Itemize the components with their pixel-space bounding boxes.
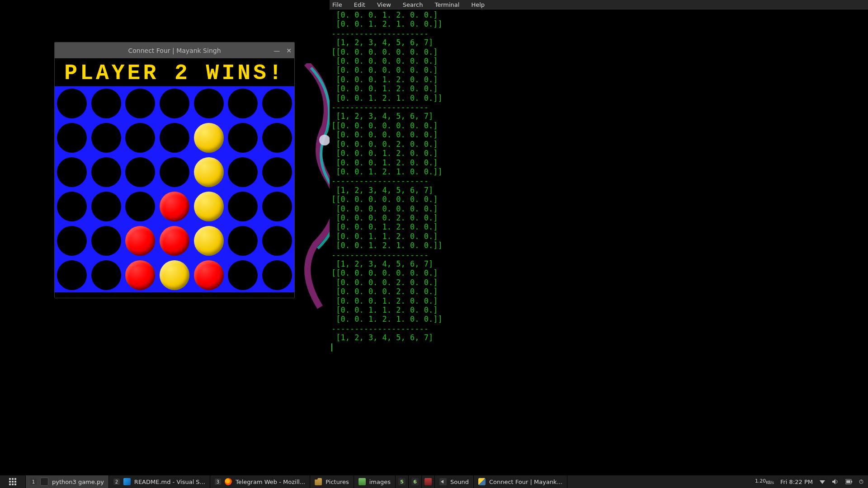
- task-firefox[interactable]: 3 Telegram Web - Mozill...: [210, 475, 310, 488]
- apps-grid-icon: [9, 478, 16, 485]
- board-slot[interactable]: [91, 260, 121, 290]
- volume-icon[interactable]: [832, 479, 839, 485]
- task-images[interactable]: images: [354, 475, 396, 488]
- menu-view[interactable]: View: [377, 1, 391, 8]
- board-slot[interactable]: [91, 123, 121, 153]
- sound-icon: [439, 478, 447, 485]
- menu-terminal[interactable]: Terminal: [434, 1, 459, 8]
- svg-rect-2: [851, 481, 852, 483]
- svg-point-0: [319, 135, 330, 145]
- menu-file[interactable]: File: [332, 1, 342, 8]
- board-slot[interactable]: [194, 89, 224, 118]
- board-slot[interactable]: [262, 89, 292, 118]
- board-slot[interactable]: [228, 157, 258, 187]
- task-label: Pictures: [326, 479, 349, 485]
- status-banner: PLAYER 2 WINS!: [55, 58, 294, 86]
- svg-rect-3: [846, 480, 850, 483]
- task-label: Connect Four | Mayank...: [489, 479, 562, 485]
- disc-yellow: [160, 260, 189, 290]
- board-slot[interactable]: [91, 89, 121, 118]
- task-wine[interactable]: [422, 475, 435, 488]
- menu-search[interactable]: Search: [403, 1, 423, 8]
- game-canvas[interactable]: PLAYER 2 WINS!: [55, 58, 294, 298]
- taskbar: 1 python3 game.py 2 README.md - Visual S…: [0, 475, 868, 488]
- disc-red: [160, 226, 189, 256]
- board-slot[interactable]: [262, 260, 292, 290]
- board-slot[interactable]: [91, 157, 121, 187]
- board-slot[interactable]: [125, 192, 155, 221]
- board-slot[interactable]: [91, 192, 121, 221]
- apps-button[interactable]: [0, 475, 26, 488]
- workspace-5-icon: 5: [398, 478, 406, 485]
- task-python-terminal[interactable]: 1 python3 game.py: [26, 475, 109, 488]
- disc-yellow: [194, 123, 224, 153]
- disc-red: [125, 226, 155, 256]
- board-slot[interactable]: [160, 89, 189, 118]
- terminal-icon: [40, 478, 48, 486]
- board-slot[interactable]: [228, 123, 258, 153]
- board-slot[interactable]: [160, 123, 189, 153]
- board-slot[interactable]: [91, 226, 121, 256]
- disc-red: [160, 192, 189, 221]
- disc-red: [125, 260, 155, 290]
- close-icon[interactable]: ✕: [286, 47, 292, 54]
- vscode-icon: [123, 478, 131, 485]
- task-vscode[interactable]: 2 README.md - Visual S...: [109, 475, 210, 488]
- clock[interactable]: Fri 8:22 PM: [780, 479, 813, 485]
- menu-edit[interactable]: Edit: [354, 1, 365, 8]
- board-slot[interactable]: [57, 260, 87, 290]
- board-slot[interactable]: [228, 192, 258, 221]
- network-speed: 1.20KB/s: [755, 478, 774, 485]
- disc-red: [194, 260, 224, 290]
- board-slot[interactable]: [228, 260, 258, 290]
- connect-four-board[interactable]: [55, 86, 294, 292]
- task-workspace-6[interactable]: 6: [409, 475, 422, 488]
- workspace-6-icon: 6: [411, 478, 419, 485]
- board-slot[interactable]: [57, 226, 87, 256]
- board-slot[interactable]: [160, 157, 189, 187]
- workspace-badge: 1: [30, 479, 37, 485]
- image-icon: [359, 478, 366, 485]
- task-label: Sound: [450, 479, 469, 485]
- board-slot[interactable]: [262, 157, 292, 187]
- task-workspace-5[interactable]: 5: [396, 475, 409, 488]
- task-label: Telegram Web - Mozill...: [236, 479, 305, 485]
- task-label: images: [369, 479, 391, 485]
- board-slot[interactable]: [228, 89, 258, 118]
- board-slot[interactable]: [262, 192, 292, 221]
- board-slot[interactable]: [57, 157, 87, 187]
- network-icon[interactable]: [819, 479, 826, 485]
- board-slot[interactable]: [125, 89, 155, 118]
- battery-icon[interactable]: [845, 479, 853, 484]
- task-sound[interactable]: Sound: [435, 475, 474, 488]
- terminal-cursor: [331, 343, 332, 352]
- terminal-menu-bar: File Edit View Search Terminal Help: [330, 0, 868, 9]
- terminal-window: File Edit View Search Terminal Help [0. …: [330, 0, 868, 357]
- game-titlebar[interactable]: Connect Four | Mayank Singh — ✕: [55, 42, 294, 58]
- task-pictures[interactable]: Pictures: [310, 475, 354, 488]
- task-label: README.md - Visual S...: [134, 479, 205, 485]
- folder-icon: [315, 478, 322, 485]
- system-tray: 1.20KB/s Fri 8:22 PM: [755, 475, 868, 488]
- disc-yellow: [194, 157, 224, 187]
- board-slot[interactable]: [57, 89, 87, 118]
- workspace-badge: 3: [215, 479, 221, 485]
- wine-icon: [425, 478, 432, 485]
- terminal-output[interactable]: [0. 0. 0. 1. 2. 0. 0.] [0. 0. 1. 2. 1. 0…: [330, 9, 868, 352]
- board-slot[interactable]: [228, 226, 258, 256]
- game-window-title: Connect Four | Mayank Singh: [128, 47, 221, 54]
- power-icon[interactable]: [859, 479, 863, 484]
- menu-help[interactable]: Help: [471, 1, 485, 8]
- board-slot[interactable]: [125, 157, 155, 187]
- task-connect-four[interactable]: Connect Four | Mayank...: [474, 475, 567, 488]
- board-slot[interactable]: [57, 192, 87, 221]
- python-icon: [478, 478, 486, 485]
- board-slot[interactable]: [57, 123, 87, 153]
- board-slot[interactable]: [262, 123, 292, 153]
- board-slot[interactable]: [125, 123, 155, 153]
- board-slot[interactable]: [262, 226, 292, 256]
- minimize-icon[interactable]: —: [274, 47, 280, 54]
- game-window: Connect Four | Mayank Singh — ✕ PLAYER 2…: [54, 42, 295, 298]
- firefox-icon: [225, 478, 232, 485]
- disc-yellow: [194, 192, 224, 221]
